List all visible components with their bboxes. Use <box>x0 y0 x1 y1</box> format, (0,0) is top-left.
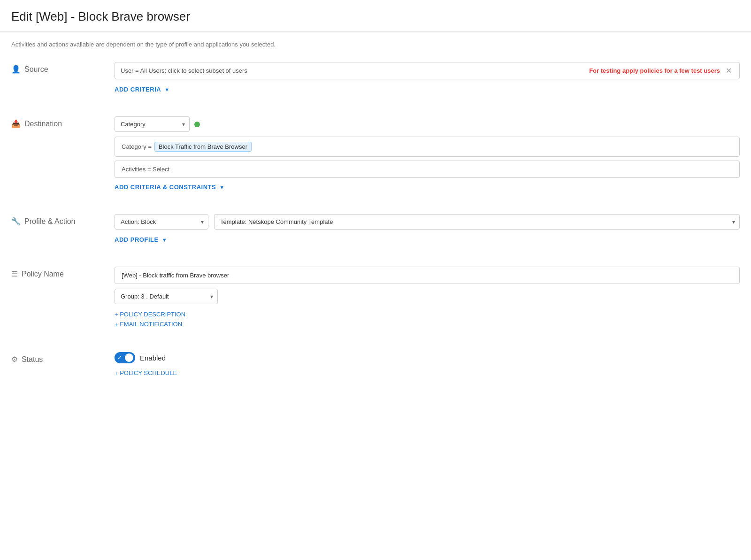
profile-action-section: 🔧 Profile & Action Action: Block Templat… <box>11 209 740 245</box>
destination-label-text: Destination <box>24 120 62 128</box>
add-criteria-constraints-arrow: ▼ <box>219 184 224 190</box>
policy-name-label-text: Policy Name <box>22 270 64 278</box>
content-area: 👤 Source User = All Users: click to sele… <box>0 48 751 403</box>
template-select-wrapper: Template: Netskope Community Template <box>214 214 740 230</box>
add-criteria-arrow: ▼ <box>164 87 169 92</box>
source-section: 👤 Source User = All Users: click to sele… <box>11 57 740 95</box>
destination-content: Category Category = Block Traffic from B… <box>115 116 740 192</box>
destination-icon: 📥 <box>11 119 21 128</box>
policy-name-section: ☰ Policy Name Group: 3 . Default + POLIC… <box>11 262 740 330</box>
policy-schedule-button[interactable]: + POLICY SCHEDULE <box>115 369 177 376</box>
add-profile-label: ADD PROFILE <box>115 236 159 243</box>
source-label-text: Source <box>24 65 48 74</box>
source-input-row: User = All Users: click to select subset… <box>115 62 740 79</box>
status-label: ⚙ Status <box>11 352 115 364</box>
email-notification-button[interactable]: + EMAIL NOTIFICATION <box>115 321 182 328</box>
add-profile-button[interactable]: ADD PROFILE ▼ <box>115 234 167 245</box>
group-dropdown[interactable]: Group: 3 . Default <box>115 289 218 304</box>
profile-action-row: Action: Block Template: Netskope Communi… <box>115 214 740 230</box>
profile-action-content: Action: Block Template: Netskope Communi… <box>115 214 740 245</box>
template-dropdown[interactable]: Template: Netskope Community Template <box>214 214 740 230</box>
source-input-text: User = All Users: click to select subset… <box>121 67 583 74</box>
policy-name-icon: ☰ <box>11 269 18 278</box>
source-content: User = All Users: click to select subset… <box>115 62 740 95</box>
status-section: ⚙ Status ✓ Enabled + POLICY SCHEDULE <box>11 347 740 376</box>
enabled-label: Enabled <box>140 354 166 362</box>
add-criteria-constraints-label: ADD CRITERIA & CONSTRAINTS <box>115 184 216 191</box>
profile-action-label-text: Profile & Action <box>24 217 76 226</box>
source-icon: 👤 <box>11 65 21 74</box>
group-select-wrapper: Group: 3 . Default <box>115 289 218 304</box>
toggle-check: ✓ <box>117 354 122 361</box>
status-row: ✓ Enabled <box>115 352 740 363</box>
status-toggle[interactable]: ✓ <box>115 352 135 363</box>
action-dropdown[interactable]: Action: Block <box>115 214 208 230</box>
policy-description-button[interactable]: + POLICY DESCRIPTION <box>115 311 185 318</box>
page-title: Edit [Web] - Block Brave browser <box>11 9 740 24</box>
source-close-button[interactable]: ✕ <box>724 66 734 75</box>
category-criteria-label: Category = <box>122 143 152 150</box>
status-icon: ⚙ <box>11 355 18 364</box>
add-profile-arrow: ▼ <box>162 237 167 243</box>
policy-name-input[interactable] <box>115 267 740 284</box>
source-label: 👤 Source <box>11 62 115 74</box>
add-criteria-label: ADD CRITERIA <box>115 86 161 93</box>
testing-notice: For testing apply policies for a few tes… <box>589 67 720 74</box>
status-content: ✓ Enabled + POLICY SCHEDULE <box>115 352 740 376</box>
destination-top-row: Category <box>115 116 740 132</box>
profile-action-label: 🔧 Profile & Action <box>11 214 115 226</box>
profile-action-icon: 🔧 <box>11 217 21 226</box>
toggle-slider: ✓ <box>115 352 135 363</box>
add-criteria-button[interactable]: ADD CRITERIA ▼ <box>115 84 170 95</box>
policy-name-content: Group: 3 . Default + POLICY DESCRIPTION … <box>115 267 740 330</box>
action-select-wrapper: Action: Block <box>115 214 208 230</box>
destination-section: 📥 Destination Category Category = Block … <box>11 112 740 192</box>
green-dot-indicator <box>194 122 200 127</box>
activities-label: Activities = Select <box>122 166 169 173</box>
category-dropdown[interactable]: Category <box>115 116 190 132</box>
subtitle: Activities and actions available are dep… <box>0 32 751 48</box>
category-select-wrapper: Category <box>115 116 190 132</box>
page-header: Edit [Web] - Block Brave browser <box>0 0 751 32</box>
criteria-value-tag[interactable]: Block Traffic from Brave Browser <box>154 142 252 152</box>
policy-name-label: ☰ Policy Name <box>11 267 115 278</box>
add-criteria-constraints-button[interactable]: ADD CRITERIA & CONSTRAINTS ▼ <box>115 182 225 192</box>
status-label-text: Status <box>22 355 43 364</box>
category-criteria-row: Category = Block Traffic from Brave Brow… <box>115 137 740 157</box>
destination-label: 📥 Destination <box>11 116 115 128</box>
activities-criteria-row[interactable]: Activities = Select <box>115 161 740 178</box>
